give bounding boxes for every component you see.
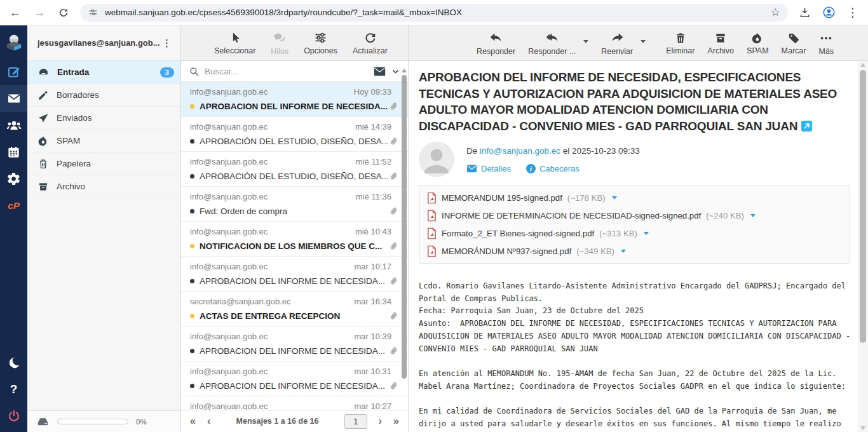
mail-view-icon[interactable] bbox=[374, 67, 386, 76]
folder-papelera[interactable]: Papelera bbox=[27, 152, 180, 175]
forward-menu-caret[interactable] bbox=[641, 40, 646, 43]
options-button[interactable]: Opciones bbox=[304, 31, 337, 55]
reply-all-menu-caret[interactable] bbox=[583, 40, 588, 43]
message-subject: APROBACION DEL INFORME DE NECESIDA... bbox=[200, 276, 388, 286]
message-list-item[interactable]: info@sanjuan.gob.ec mié 11:52 APROBACIÓN… bbox=[181, 152, 408, 187]
message-sender: info@sanjuan.gob.ec bbox=[190, 402, 354, 410]
previous-page-icon[interactable]: ‹ bbox=[207, 416, 210, 426]
open-in-new-window-icon[interactable] bbox=[801, 121, 812, 132]
message-list-item[interactable]: info@sanjuan.gob.ec mar 10:17 APROBACION… bbox=[181, 257, 408, 292]
attachment-row[interactable]: MEMORANDUM 195-signed.pdf (~178 KB) bbox=[427, 189, 842, 206]
message-list-item[interactable]: info@sanjuan.gob.ec mar 10:31 APROBACION… bbox=[181, 361, 408, 396]
reading-pane-scrollbar[interactable] bbox=[858, 61, 868, 432]
scrollbar-up-arrow[interactable] bbox=[402, 69, 407, 72]
help-icon[interactable]: ? bbox=[0, 376, 27, 403]
reload-icon[interactable] bbox=[56, 5, 71, 20]
first-page-icon[interactable]: « bbox=[190, 416, 196, 426]
message-sender: secretaria@sanjuan.gob.ec bbox=[190, 297, 354, 306]
dark-mode-icon[interactable] bbox=[0, 349, 27, 376]
message-subject: NOTIFICACION DE LOS MIEMBROS QUE C... bbox=[200, 241, 388, 251]
site-settings-icon[interactable] bbox=[88, 7, 98, 18]
attachment-menu-caret[interactable] bbox=[750, 214, 756, 217]
attachment-menu-caret[interactable] bbox=[644, 232, 649, 235]
mark-button[interactable]: Marcar bbox=[782, 32, 806, 55]
attachment-name[interactable]: Formato_2_ET Bienes-signed-signed.pdf bbox=[442, 229, 594, 238]
folder-entrada[interactable]: Entrada 3 bbox=[27, 61, 180, 84]
search-bar bbox=[181, 61, 408, 82]
list-scrollbar[interactable] bbox=[401, 69, 407, 429]
scrollbar-thumb[interactable] bbox=[860, 70, 866, 343]
message-list-item[interactable]: info@sanjuan.gob.ec mié 11:36 Fwd: Orden… bbox=[181, 187, 408, 222]
headers-link[interactable]: i Cabeceras bbox=[526, 164, 580, 173]
message-sender: info@sanjuan.gob.ec bbox=[190, 87, 354, 97]
last-page-icon[interactable]: » bbox=[393, 416, 399, 426]
more-button[interactable]: Más bbox=[818, 31, 834, 56]
message-list-item[interactable]: info@sanjuan.gob.ec mié 14:39 APROBACIÓN… bbox=[181, 117, 408, 152]
archive-button[interactable]: Archivo bbox=[707, 32, 734, 55]
forward-button[interactable]: Reenviar bbox=[601, 30, 633, 56]
pdf-file-icon bbox=[427, 192, 437, 204]
contacts-nav-button[interactable] bbox=[0, 112, 27, 138]
spam-button[interactable]: SPAM bbox=[747, 32, 769, 55]
bookmark-star-icon[interactable]: ☆ bbox=[771, 6, 780, 19]
message-date: mar 10:31 bbox=[354, 367, 391, 376]
folder-enviados[interactable]: Enviados bbox=[27, 107, 180, 130]
refresh-button[interactable]: Actualizar bbox=[353, 31, 388, 55]
attachment-name[interactable]: MEMORÁNDUM Nº937-signed.pdf bbox=[442, 246, 571, 256]
info-icon: i bbox=[526, 164, 536, 173]
message-list-item[interactable]: info@sanjuan.gob.ec mar 10:27 bbox=[181, 396, 408, 410]
calendar-nav-button[interactable] bbox=[0, 138, 27, 165]
message-body: Lcdo. Romario Gavilanes Litardo-Asistent… bbox=[419, 280, 850, 430]
pdf-file-icon bbox=[427, 245, 437, 257]
reading-pane: APROBACION DEL INFORME DE NECESIDAD, ESP… bbox=[409, 61, 868, 432]
inbox-icon bbox=[37, 66, 50, 78]
details-link[interactable]: Detalles bbox=[466, 164, 511, 173]
next-page-icon[interactable]: › bbox=[379, 416, 382, 426]
folder-label: Papelera bbox=[57, 159, 174, 168]
mail-nav-button[interactable] bbox=[0, 85, 27, 112]
scrollbar-up-arrow[interactable] bbox=[860, 63, 865, 67]
logout-power-icon[interactable] bbox=[0, 403, 27, 429]
folder-archivo[interactable]: Archivo bbox=[27, 175, 180, 198]
attachment-size: (~178 KB) bbox=[567, 193, 606, 203]
delete-button[interactable]: Eliminar bbox=[666, 32, 695, 55]
attachment-row[interactable]: MEMORÁNDUM Nº937-signed.pdf (~349 KB) bbox=[427, 242, 842, 260]
download-icon[interactable] bbox=[797, 5, 812, 20]
settings-nav-button[interactable] bbox=[0, 165, 27, 192]
cpanel-logo[interactable]: cP bbox=[0, 192, 27, 219]
folder-label: SPAM bbox=[57, 136, 174, 145]
message-list-item[interactable]: info@sanjuan.gob.ec Hoy 09:33 APROBACION… bbox=[181, 82, 408, 117]
account-menu-icon[interactable]: ⋮ bbox=[159, 37, 174, 49]
cursor-pointer-icon bbox=[228, 31, 241, 44]
back-icon[interactable]: ← bbox=[8, 5, 23, 20]
refresh-icon bbox=[363, 31, 377, 44]
sender-email-link[interactable]: info@sanjuan.gob.ec bbox=[480, 146, 560, 156]
forward-icon[interactable]: → bbox=[32, 5, 47, 20]
folder-spam[interactable]: SPAM bbox=[27, 130, 180, 152]
scrollbar-down-arrow[interactable] bbox=[860, 426, 865, 430]
page-number-input[interactable] bbox=[344, 414, 367, 429]
reply-icon bbox=[489, 30, 503, 45]
profile-avatar-icon[interactable] bbox=[821, 5, 836, 20]
reply-button[interactable]: Responder bbox=[477, 30, 515, 56]
reply-all-button[interactable]: Responder ... bbox=[528, 30, 576, 56]
attachment-menu-caret[interactable] bbox=[621, 250, 626, 253]
message-list-item[interactable]: info@sanjuan.gob.ec mar 10:39 APROBACION… bbox=[181, 327, 408, 361]
attachment-menu-caret[interactable] bbox=[612, 196, 617, 199]
select-button[interactable]: Seleccionar bbox=[214, 31, 255, 55]
browser-menu-icon[interactable]: ⋮ bbox=[845, 5, 860, 20]
message-date: mié 11:52 bbox=[356, 157, 391, 166]
folder-borradores[interactable]: Borradores bbox=[27, 84, 180, 107]
address-bar[interactable]: webmail.sanjuan.gob.ec/cpsess4569390018/… bbox=[80, 4, 788, 22]
threads-button[interactable]: Hilos bbox=[271, 31, 288, 56]
message-list-item[interactable]: secretaria@sanjuan.gob.ec mar 16:34 ACTA… bbox=[181, 292, 408, 327]
attachment-row[interactable]: INFORME DE DETERMINACION DE NECESIDAD-si… bbox=[427, 206, 842, 224]
attachment-name[interactable]: MEMORANDUM 195-signed.pdf bbox=[442, 193, 562, 203]
chevron-down-icon[interactable] bbox=[391, 67, 400, 76]
search-input[interactable] bbox=[205, 67, 369, 76]
attachment-row[interactable]: Formato_2_ET Bienes-signed-signed.pdf (~… bbox=[427, 224, 842, 242]
compose-button[interactable] bbox=[0, 58, 27, 85]
message-list-item[interactable]: info@sanjuan.gob.ec mié 10:43 NOTIFICACI… bbox=[181, 222, 408, 257]
scrollbar-thumb[interactable] bbox=[402, 75, 407, 379]
attachment-name[interactable]: INFORME DE DETERMINACION DE NECESIDAD-si… bbox=[442, 211, 701, 220]
